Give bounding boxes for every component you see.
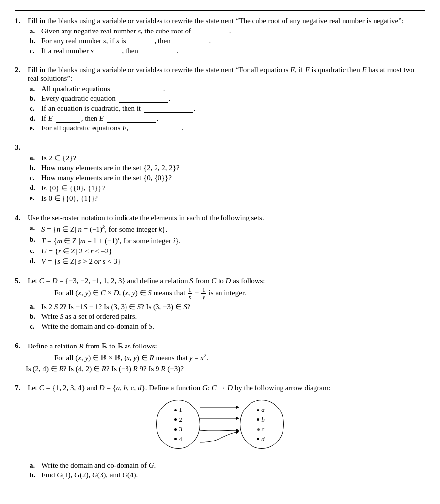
node-b: b [257, 416, 267, 424]
p3-sub-a-label: a. [30, 154, 39, 162]
problem-2-sub-d: d. If E , then E . [30, 114, 425, 123]
problem-5: 5. Let C = D = {−3, −2, −1, 1, 2, 3} and… [15, 277, 425, 331]
dot-d [257, 438, 259, 440]
p2-sub-a-text: All quadratic equations . [41, 85, 165, 93]
p2-sub-a-label: a. [30, 85, 39, 93]
problem-3-sub-d: d. Is {0} ∈ {{0}, {1}}? [30, 184, 425, 192]
p4-sub-d-text: V = {s ∈ Z| s > 2 or s < 3} [41, 257, 121, 266]
problem-5-sub-a: a. Is 2 S 2? Is −1S − 1? Is (3, 3) ∈ S? … [30, 302, 425, 311]
problem-7-sub-b: b. Find G(1), G(2), G(3), and G(4). [30, 471, 425, 479]
node-c: c [257, 425, 267, 433]
problem-4-subs: a. S = {n ∈ Z| n = (−1)k, for some integ… [15, 224, 425, 266]
p3-sub-e-text: Is 0 ∈ {{0}, {1}}? [41, 194, 98, 203]
sub-b-label: b. [30, 37, 39, 45]
node-3: 3 [174, 425, 182, 433]
node-c-label: c [262, 425, 265, 433]
p3-sub-e-label: e. [30, 194, 39, 202]
dot-a [257, 409, 259, 411]
dot-3 [174, 428, 177, 431]
problem-2-sub-c: c. If an equation is quadratic, then it … [30, 104, 425, 113]
problem-6-extra: Is (2, 4) ∈ R? Is (4, 2) ∈ R? Is (−3) R … [15, 364, 425, 373]
problem-6-center: For all (x, y) ∈ ℝ × ℝ, (x, y) ∈ R means… [15, 352, 425, 362]
p2-sub-c-text: If an equation is quadratic, then it . [41, 104, 196, 113]
p2-sub-d-label: d. [30, 114, 39, 123]
node-2: 2 [174, 416, 182, 424]
node-4: 4 [174, 435, 182, 443]
problem-7: 7. Let C = {1, 2, 3, 4} and D = {a, b, c… [15, 384, 425, 479]
node-b-label: b [261, 416, 265, 424]
problem-1-sub-a: a. Given any negative real number s, the… [30, 27, 425, 35]
arrow-diagram: 1 2 3 4 a b c d [15, 397, 425, 456]
problem-4-text: Use the set-roster notation to indicate … [28, 214, 425, 222]
problem-7-number: 7. [15, 384, 26, 392]
p2-sub-b-text: Every quadratic equation . [41, 94, 170, 103]
dot-2 [174, 418, 177, 421]
p7-sub-b-text: Find G(1), G(2), G(3), and G(4). [41, 471, 138, 479]
p7-sub-a-label: a. [30, 461, 39, 470]
p5-sub-a-label: a. [30, 302, 39, 311]
dot-c [257, 428, 260, 431]
p2-sub-b-label: b. [30, 94, 39, 103]
problem-3-sub-c: c. How many elements are in the set {0, … [30, 174, 425, 182]
problem-3-subs: a. Is 2 ∈ {2}? b. How many elements are … [15, 154, 425, 203]
problem-7-sub-a: a. Write the domain and co-domain of G. [30, 461, 425, 470]
node-1: 1 [174, 406, 182, 414]
p3-sub-c-label: c. [30, 174, 39, 182]
problem-1-subs: a. Given any negative real number s, the… [15, 27, 425, 55]
dot-1 [174, 409, 177, 411]
dot-4 [174, 438, 177, 440]
problem-3-sub-b: b. How many elements are in the set {2, … [30, 164, 425, 172]
p7-sub-a-text: Write the domain and co-domain of G. [41, 461, 156, 470]
p4-sub-b-text: T = {m ∈ Z |m = 1 + (−1)i, for some inte… [41, 235, 181, 245]
problem-4-sub-a: a. S = {n ∈ Z| n = (−1)k, for some integ… [30, 224, 425, 234]
problem-4-sub-d: d. V = {s ∈ Z| s > 2 or s < 3} [30, 257, 425, 266]
dot-b [257, 418, 259, 421]
p2-sub-d-text: If E , then E . [41, 114, 158, 123]
problem-1-sub-c: c. If a real number s , then . [30, 47, 425, 55]
node-3-label: 3 [179, 425, 182, 433]
node-d: d [257, 435, 267, 443]
sub-c-label: c. [30, 47, 39, 55]
problem-2-number: 2. [15, 66, 26, 74]
p3-sub-b-text: How many elements are in the set {2, 2, … [41, 164, 180, 172]
p5-sub-b-label: b. [30, 313, 39, 321]
p3-sub-b-label: b. [30, 164, 39, 172]
problem-6-text: Define a relation R from ℝ to ℝ as follo… [28, 342, 425, 350]
problem-2-sub-b: b. Every quadratic equation . [30, 94, 425, 103]
problem-6-number: 6. [15, 342, 26, 350]
problem-2: 2. Fill in the blanks using a variable o… [15, 66, 425, 132]
codomain-oval: a b c d [240, 400, 284, 449]
problem-2-sub-e: e. For all quadratic equations E, . [30, 124, 425, 132]
p4-sub-c-text: U = {r ∈ Z| 2 ≤ r ≤ −2} [41, 247, 112, 255]
problem-4-number: 4. [15, 214, 26, 222]
p4-sub-a-label: a. [30, 224, 39, 232]
problem-7-subs: a. Write the domain and co-domain of G. … [15, 461, 425, 479]
node-a-label: a [261, 406, 265, 414]
p7-sub-b-label: b. [30, 471, 39, 479]
p4-sub-c-label: c. [30, 247, 39, 255]
sub-a-label: a. [30, 27, 39, 35]
problem-2-subs: a. All quadratic equations . b. Every qu… [15, 85, 425, 132]
domain-oval: 1 2 3 4 [156, 400, 200, 449]
p5-sub-c-label: c. [30, 322, 39, 331]
sub-c-text: If a real number s , then . [41, 47, 178, 55]
problem-5-sub-c: c. Write the domain and co-domain of S. [30, 322, 425, 331]
problem-4-sub-b: b. T = {m ∈ Z |m = 1 + (−1)i, for some i… [30, 235, 425, 245]
node-2-label: 2 [179, 416, 182, 424]
sub-b-text: For any real number s, if s is , then . [41, 37, 211, 45]
problem-3-number: 3. [15, 143, 26, 152]
p5-sub-b-text: Write S as a set of ordered pairs. [41, 313, 137, 321]
sub-a-text: Given any negative real number s, the cu… [41, 27, 231, 35]
p3-sub-d-label: d. [30, 184, 39, 192]
problem-3-sub-a: a. Is 2 ∈ {2}? [30, 154, 425, 162]
problem-7-text: Let C = {1, 2, 3, 4} and D = {a, b, c, d… [28, 384, 425, 392]
p2-sub-e-text: For all quadratic equations E, . [41, 124, 184, 132]
problem-4-sub-c: c. U = {r ∈ Z| 2 ≤ r ≤ −2} [30, 247, 425, 255]
p3-sub-d-text: Is {0} ∈ {{0}, {1}}? [41, 184, 105, 192]
p3-sub-c-text: How many elements are in the set {0, {0}… [41, 174, 172, 182]
node-1-label: 1 [179, 406, 182, 414]
problem-5-sub-b: b. Write S as a set of ordered pairs. [30, 313, 425, 321]
p2-sub-c-label: c. [30, 104, 39, 113]
p2-sub-e-label: e. [30, 124, 39, 132]
p4-sub-d-label: d. [30, 257, 39, 265]
